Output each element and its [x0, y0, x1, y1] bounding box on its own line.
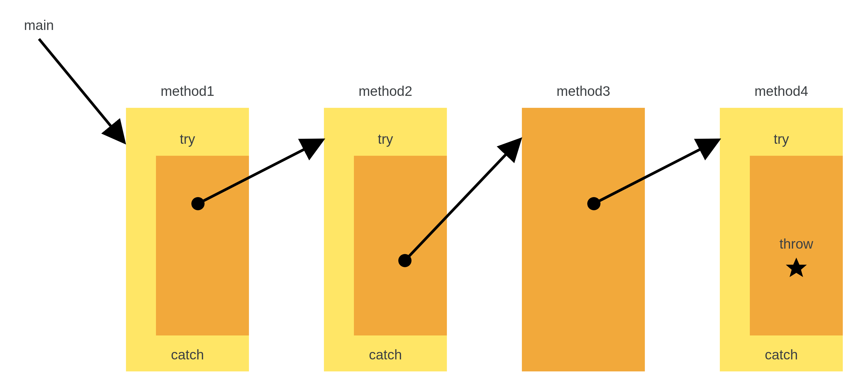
- method1-catch-label: catch: [171, 347, 204, 363]
- method3-body: [522, 108, 645, 371]
- method2-title: method2: [359, 83, 412, 99]
- main-label: main: [24, 18, 54, 33]
- call-stack-diagram: method1 try catch method2 try catch meth…: [0, 0, 868, 375]
- method1-title: method1: [160, 83, 214, 99]
- method4-catch-label: catch: [765, 347, 798, 363]
- method3-title: method3: [556, 83, 610, 99]
- arrow-main-to-method1: [39, 39, 123, 141]
- method4-title: method4: [754, 83, 808, 99]
- method4-try-label: try: [774, 131, 789, 147]
- method2-try-body: [354, 156, 447, 336]
- method4-block: method4 try catch throw: [720, 83, 843, 371]
- method1-try-body: [156, 156, 249, 336]
- method1-try-label: try: [180, 131, 195, 147]
- method4-throw-label: throw: [779, 236, 813, 251]
- method3-block: method3: [522, 83, 645, 371]
- method2-try-label: try: [378, 131, 393, 147]
- method2-catch-label: catch: [369, 347, 402, 363]
- method1-block: method1 try catch: [126, 83, 249, 371]
- method2-block: method2 try catch: [324, 83, 447, 371]
